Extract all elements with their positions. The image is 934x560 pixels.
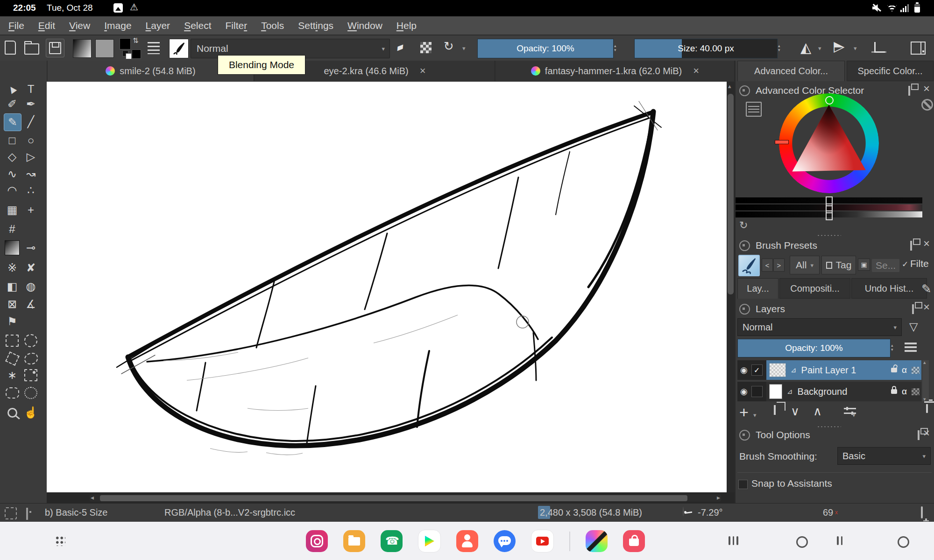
tab-undo-history-docker[interactable]: Undo Hist... [851,278,927,299]
pattern-chooser[interactable] [95,39,114,58]
menu-item-file[interactable]: File [8,20,24,31]
add-layer-button[interactable]: + [739,404,749,420]
horizontal-scroll-handle[interactable] [100,495,687,501]
menu-item-window[interactable]: Window [347,20,382,31]
canvas-rotation-value[interactable]: -7.29° [698,507,723,518]
tag-filter-dropdown[interactable]: All▾ [790,256,820,274]
instagram-app-icon[interactable] [306,530,328,552]
tool-pan[interactable]: ☝ [22,404,39,421]
fullscreen-monitor-icon[interactable] [921,506,923,518]
contacts-app-icon[interactable] [456,530,478,552]
chevron-down-icon[interactable]: ▾ [854,45,857,52]
tool-freehand-brush[interactable]: ✎ [4,113,21,131]
close-tab-icon[interactable]: × [420,65,426,77]
tool-rectangle[interactable]: □ [4,132,21,149]
phone-app-icon[interactable]: ☎ [381,530,403,552]
menu-item-view[interactable]: View [69,20,90,31]
hue-marker[interactable] [775,140,789,144]
alpha-icon[interactable]: α [902,386,907,397]
move-layer-down-button[interactable]: ∨ [791,404,800,419]
layers-scrollbar[interactable]: ▴ ▾ [922,360,929,401]
my-files-app-icon[interactable] [343,530,365,552]
tab-advanced-color-selector[interactable]: Advanced Color... [737,61,845,81]
snap-to-assistants-checkbox[interactable] [738,480,748,489]
next-preset-button[interactable]: > [773,259,785,272]
menu-item-select[interactable]: Select [184,20,211,31]
menu-item-help[interactable]: Help [396,20,417,31]
move-layer-up-button[interactable]: ∧ [813,404,822,419]
close-panel-icon[interactable]: × [923,239,930,248]
menu-item-settings[interactable]: Settings [298,20,333,31]
tool-pattern-edit[interactable]: ⊠ [4,296,21,313]
float-panel-icon[interactable] [910,241,912,251]
lock-icon[interactable] [891,389,897,394]
layer-style-icon[interactable]: ⊿ [787,387,793,396]
chevron-down-icon[interactable]: ▾ [818,45,821,52]
inherit-alpha-icon[interactable] [912,367,920,374]
tool-gradient[interactable] [4,239,21,256]
dock-drag-handle[interactable] [817,426,841,428]
tool-select-elliptical[interactable] [22,332,39,349]
opacity-spinner[interactable]: ▴▾ [614,40,616,56]
menu-item-edit[interactable]: Edit [38,20,55,31]
panel-lock-icon[interactable] [739,85,750,96]
youtube-app-icon[interactable] [531,530,554,553]
duplicate-layer-button[interactable] [774,405,776,415]
vertical-scroll-handle[interactable] [728,94,734,294]
swap-colors-icon[interactable]: ⇅ [133,36,139,45]
tool-select-shapes[interactable]: ▲ [4,81,21,98]
close-panel-icon[interactable]: × [923,428,930,438]
edit-pencil-icon[interactable]: ✎ [921,282,932,296]
float-panel-icon[interactable] [918,430,920,440]
gradient-chooser[interactable] [73,39,92,58]
messages-app-icon[interactable] [494,530,516,552]
filter-label[interactable]: Filte [910,258,929,269]
tool-freehand-path[interactable]: ↝ [22,166,39,182]
tool-crop[interactable]: # [4,221,21,238]
tool-fill[interactable]: ◧ [4,278,21,295]
tool-multibrush[interactable]: ∴ [22,182,39,199]
tool-color-picker[interactable]: ⊸ [22,239,39,256]
float-panel-icon[interactable] [912,304,914,314]
tool-move[interactable]: + [22,202,39,218]
layer-checkbox[interactable]: ✓ [751,364,763,376]
galaxy-store-app-icon[interactable] [623,530,645,552]
tool-polyline[interactable]: ▷ [22,148,39,165]
tool-dynamic-brush[interactable]: ◠ [4,182,21,199]
tab-compositions-docker[interactable]: Compositi... [779,278,850,299]
search-presets-field[interactable]: Se... [872,259,899,272]
scroll-left-icon[interactable]: ◂ [91,494,94,501]
close-panel-icon[interactable]: × [923,84,930,93]
layer-opacity-slider[interactable]: Opacity: 100% [737,339,891,357]
inherit-alpha-icon[interactable] [912,388,920,395]
previous-preset-button[interactable]: < [762,259,773,272]
tool-select-similar-color[interactable]: ∗ [4,367,21,384]
tool-select-bezier[interactable] [4,385,21,401]
triangle-marker[interactable] [825,96,834,105]
horizontal-scrollbar[interactable]: ◂ ▸ [90,495,721,502]
reload-preset-button[interactable]: ↻ [444,39,454,54]
vertical-scrollbar[interactable]: ▴ [727,82,735,492]
workspace-chooser-button[interactable] [911,42,926,55]
eraser-mode-button[interactable]: ▰ [396,41,404,53]
play-store-app-icon[interactable] [418,530,441,553]
new-document-button[interactable] [5,41,16,55]
current-brush-preset[interactable] [738,255,760,276]
refresh-colors-icon[interactable]: ↻ [739,219,748,231]
tool-edit-shapes[interactable]: ✐ [4,96,21,112]
tool-select-contiguous[interactable] [22,367,39,384]
tool-ellipse[interactable]: ○ [22,132,39,149]
opacity-slider[interactable]: Opacity: 100% [477,39,614,58]
panel-lock-icon[interactable] [739,430,750,441]
canvas[interactable] [47,82,727,492]
brush-option-lines-icon[interactable] [148,42,160,54]
close-tab-icon[interactable]: × [693,65,699,77]
chevron-down-icon[interactable]: ▾ [852,412,856,419]
tool-select-polygonal[interactable] [4,350,21,367]
save-button[interactable] [46,39,64,57]
layer-blend-mode-dropdown[interactable]: Normal▾ [737,318,902,336]
layer-thumbnail[interactable] [769,384,782,399]
mirror-horizontal-button[interactable]: ◭ [800,39,811,56]
preset-view-icon[interactable]: ▣ [858,259,870,271]
chevron-down-icon[interactable]: ▾ [462,45,466,52]
